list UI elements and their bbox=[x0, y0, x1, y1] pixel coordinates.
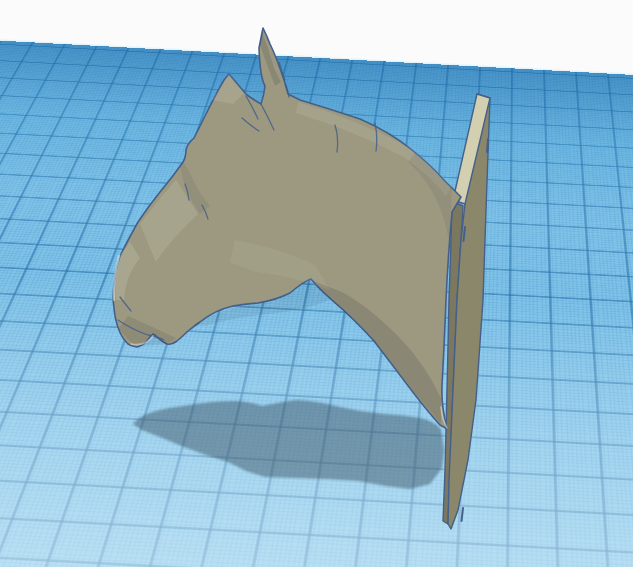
mounting-plaque[interactable] bbox=[443, 94, 490, 529]
plaque-seam-mark bbox=[487, 139, 488, 152]
plaque-seam-mark bbox=[462, 508, 464, 521]
cast-shadow bbox=[133, 400, 444, 489]
scene-overlay bbox=[0, 0, 633, 567]
3d-viewport[interactable] bbox=[0, 0, 633, 567]
horse-head-model[interactable] bbox=[113, 28, 461, 429]
